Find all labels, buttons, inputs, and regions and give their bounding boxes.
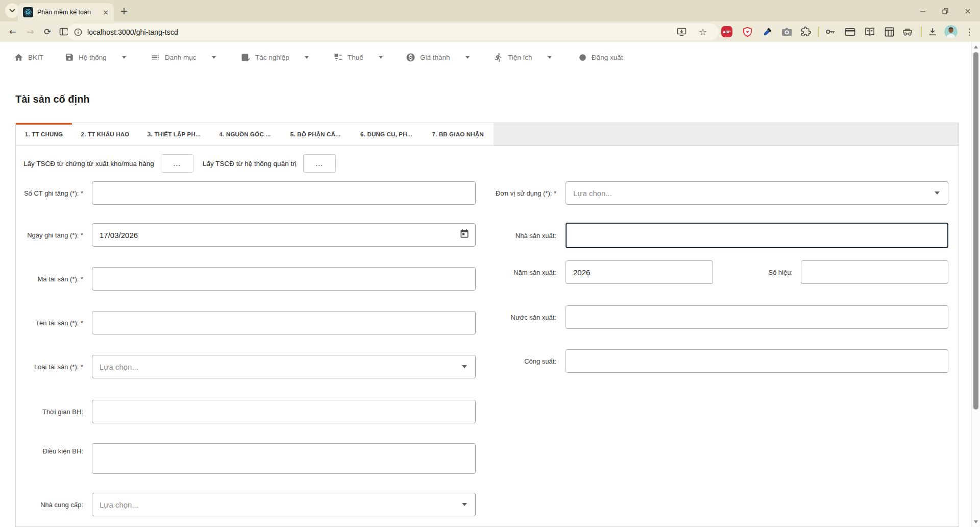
window-restore-button[interactable] [938, 6, 953, 16]
camera-extension-icon[interactable] [779, 21, 794, 42]
field-label: Số CT ghi tăng (*): * [15, 189, 83, 197]
field-label: Công suất: [475, 357, 556, 365]
tax-checklist-icon [334, 53, 343, 62]
back-button[interactable]: ← [5, 21, 20, 42]
so-ct-ghi-tang-input[interactable] [92, 181, 476, 205]
chevron-down-icon [935, 191, 940, 195]
browser-menu-icon[interactable]: ⋮ [963, 21, 976, 42]
browser-tab-active[interactable]: Phần mềm kế toán × [18, 3, 114, 21]
field-nam-san-xuat: Năm sản xuất: [475, 260, 713, 284]
field-cong-suat: Công suất: [475, 349, 948, 373]
url-text[interactable]: localhost:3000/ghi-tang-tscd [87, 28, 178, 36]
ngay-ghi-tang-input[interactable] [92, 223, 476, 247]
toy-car-icon[interactable] [900, 21, 915, 42]
tab-bb-giao-nhan[interactable]: 7. BB GIAO NHẬN [422, 123, 494, 146]
browser-tabbar: Phần mềm kế toán × + [0, 0, 980, 21]
ma-tai-san-input[interactable] [92, 267, 476, 291]
eyedropper-extension-icon[interactable] [761, 21, 775, 42]
thoi-gian-bh-input[interactable] [92, 400, 476, 423]
chevron-down-icon [548, 56, 552, 59]
new-tab-button[interactable]: + [117, 4, 131, 17]
field-nha-san-xuat: Nhà sản xuất: [475, 223, 948, 248]
nav-item-dang-xuat[interactable]: Đăng xuất [578, 51, 623, 64]
bookmark-star-icon[interactable]: ☆ [696, 23, 709, 40]
install-app-icon[interactable] [675, 23, 688, 40]
ten-tai-san-input[interactable] [92, 311, 476, 334]
tab-label: 3. THIẾT LẬP PH... [148, 131, 201, 137]
nav-item-tien-ich[interactable]: Tiện ích [494, 51, 552, 64]
shield-extension-icon[interactable] [740, 21, 754, 42]
getter-from-admin-system: Lấy TSCĐ từ hệ thống quản trị ... [203, 154, 336, 173]
address-bar[interactable]: localhost:3000/ghi-tang-tscd [67, 23, 719, 40]
cost-dollar-icon [406, 53, 415, 62]
list-icon [151, 53, 160, 62]
profile-avatar[interactable] [942, 21, 960, 42]
nam-san-xuat-input[interactable] [566, 260, 713, 284]
nav-item-gia-thanh[interactable]: Giá thành [406, 51, 470, 64]
save-icon [65, 53, 74, 62]
window-close-button[interactable] [960, 6, 975, 16]
tab-tt-khau-hao[interactable]: 2. TT KHẤU HAO [72, 123, 138, 146]
page-scrollbar[interactable] [971, 42, 980, 527]
tab-search-button[interactable] [5, 4, 19, 18]
don-vi-su-dung-select[interactable]: Lựa chọn... [566, 181, 948, 205]
chevron-down-icon [379, 56, 383, 59]
dieu-kien-bh-input[interactable] [92, 443, 476, 474]
nav-item-tac-nghiep[interactable]: Tác nghiệp [241, 51, 309, 64]
field-nha-cung-cap: Nhà cung cấp: Lựa chọn... [15, 493, 476, 516]
forward-button[interactable]: → [22, 21, 38, 42]
tab-nguon-goc[interactable]: 4. NGUỒN GỐC ... [210, 123, 280, 146]
select-placeholder: Lựa chọn... [573, 189, 935, 198]
toolbar-separator [921, 27, 922, 37]
pick-tscd-from-voucher-button[interactable]: ... [161, 154, 193, 173]
reload-button[interactable]: ⟳ [40, 21, 55, 42]
field-label: Mã tài sản (*): * [15, 275, 83, 283]
field-so-hieu: Số hiệu: [725, 260, 948, 284]
tab-dung-cu[interactable]: 6. DỤNG CỤ, PH... [351, 123, 422, 146]
table-grid-icon[interactable] [881, 21, 897, 42]
cong-suat-input[interactable] [566, 349, 948, 373]
field-ngay-ghi-tang: Ngày ghi tăng (*): * [15, 223, 476, 247]
field-loai-tai-san: Loại tài sản (*): * Lựa chọn... [15, 355, 476, 378]
payment-card-icon[interactable] [842, 21, 857, 42]
nha-san-xuat-input[interactable] [566, 223, 948, 248]
tab-label: 6. DỤNG CỤ, PH... [360, 131, 412, 137]
nav-item-danh-muc[interactable]: Danh mục [151, 51, 216, 64]
chevron-down-icon [9, 9, 15, 13]
tab-bo-phan[interactable]: 5. BỘ PHẬN CẤ... [280, 123, 351, 146]
tab-label: 1. TT CHUNG [25, 131, 63, 137]
tab-tt-chung[interactable]: 1. TT CHUNG [16, 123, 72, 146]
select-placeholder: Lựa chọn... [100, 500, 462, 509]
tab-thiet-lap[interactable]: 3. THIẾT LẬP PH... [138, 123, 210, 146]
pick-tscd-from-admin-button[interactable]: ... [303, 154, 336, 173]
field-thoi-gian-bh: Thời gian BH: [15, 400, 476, 423]
downloads-icon[interactable] [925, 21, 940, 42]
field-ten-tai-san: Tên tài sản (*): * [15, 311, 476, 334]
tab-close-icon[interactable]: × [103, 8, 109, 16]
chevron-down-icon [465, 56, 470, 59]
field-label: Số hiệu: [725, 269, 793, 276]
nav-item-he-thong[interactable]: Hệ thống [65, 51, 126, 64]
adblock-extension-icon[interactable]: ABP [720, 21, 734, 42]
loai-tai-san-select[interactable]: Lựa chọn... [92, 355, 476, 378]
chevron-down-icon [212, 56, 216, 59]
chevron-down-icon [305, 56, 309, 59]
extensions-puzzle-icon[interactable] [799, 21, 813, 42]
password-key-icon[interactable] [823, 21, 838, 42]
site-info-icon[interactable] [74, 28, 82, 36]
tab-label: 2. TT KHẤU HAO [81, 131, 130, 137]
page-title: Tài sản cố định [15, 93, 90, 105]
reading-list-book-icon[interactable] [862, 21, 877, 42]
calendar-icon[interactable] [459, 229, 470, 241]
scroll-down-icon[interactable] [974, 520, 978, 523]
window-minimize-button[interactable] [915, 6, 930, 16]
nav-item-bkit[interactable]: BKIT [14, 51, 43, 64]
nuoc-san-xuat-input[interactable] [566, 305, 948, 329]
field-nuoc-san-xuat: Nước sản xuất: [475, 305, 948, 329]
scroll-up-icon[interactable] [974, 45, 978, 49]
nav-item-thue[interactable]: Thuế [334, 51, 383, 64]
nha-cung-cap-select[interactable]: Lựa chọn... [92, 493, 476, 516]
getter-label: Lấy TSCĐ từ hệ thống quản trị [203, 160, 297, 167]
scrollbar-thumb[interactable] [973, 52, 978, 410]
so-hieu-input[interactable] [801, 260, 948, 284]
